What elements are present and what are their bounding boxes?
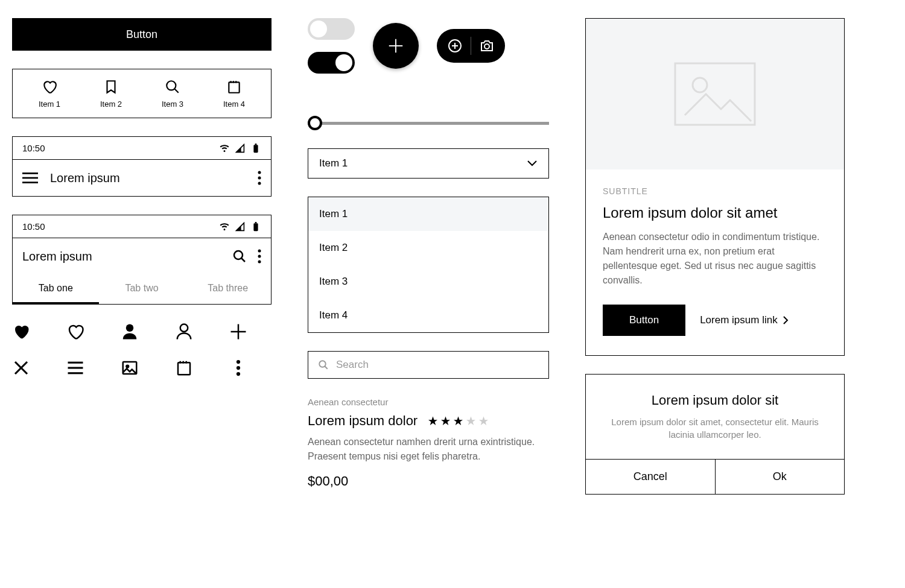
search-input[interactable] [336,359,539,371]
slider[interactable] [308,116,549,130]
battery-icon [250,144,261,153]
svg-rect-47 [675,63,755,125]
card-image-placeholder [586,19,844,169]
signal-icon [235,144,246,153]
product-block: Aenean consectetur Lorem ipsum dolor Aen… [308,397,549,489]
svg-line-1 [174,89,179,93]
calendar-icon [226,79,242,95]
tab-item-1[interactable]: Item 1 [39,79,60,109]
app-bar-title: Lorem ipsum [50,171,120,185]
more-vertical-icon[interactable] [258,171,261,185]
star-empty-icon [465,416,477,427]
more-vertical-icon [229,359,247,377]
tab-one[interactable]: Tab one [13,274,99,304]
select-value: Item 1 [319,157,348,169]
card-link[interactable]: Lorem ipsum link [700,314,789,326]
image-placeholder-icon [673,61,757,127]
svg-point-37 [237,366,240,370]
product-title: Lorem ipsum dolor [308,413,418,429]
more-vertical-icon[interactable] [258,249,261,264]
dialog-text: Lorem ipsum dolor sit amet, consectetur … [602,416,828,441]
card-title: Lorem ipsum dolor sit amet [603,204,827,221]
image-icon [121,359,139,377]
list-item[interactable]: Item 2 [308,231,548,265]
calendar-icon [175,359,193,377]
tab-item-label: Item 3 [162,100,183,109]
svg-rect-15 [255,222,257,223]
fab-add[interactable] [373,23,419,69]
search-icon [165,79,180,95]
card-text: Aenean consectetur odio in condimentum t… [603,230,827,288]
user-filled-icon [121,323,139,341]
tab-item-label: Item 4 [223,100,245,109]
tab-item-3[interactable]: Item 3 [162,79,183,109]
plus-icon [387,37,405,55]
toggle-on[interactable] [308,52,355,74]
confirm-dialog: Lorem ipsum dolor sit Lorem ipsum dolor … [585,374,845,495]
svg-point-20 [258,261,261,264]
ok-button[interactable]: Ok [716,460,845,494]
camera-icon [480,39,494,53]
heart-outline-icon [66,323,84,341]
bottom-tab-bar: Item 1 Item 2 Item 3 Item 4 [12,69,272,118]
tab-item-label: Item 1 [39,100,60,109]
list-item[interactable]: Item 4 [308,299,548,332]
svg-point-12 [258,177,261,180]
status-time: 10:50 [22,143,45,153]
svg-line-17 [241,258,245,262]
product-description: Aenean consectetur namhen drerit urna ex… [308,435,549,464]
heart-icon [42,79,57,95]
tab-three[interactable]: Tab three [185,274,271,304]
svg-rect-14 [253,223,258,231]
tab-item-4[interactable]: Item 4 [223,79,245,109]
list-item[interactable]: Item 1 [308,197,548,231]
product-price: $00,00 [308,473,549,489]
svg-point-18 [258,250,261,253]
tab-item-2[interactable]: Item 2 [100,79,122,109]
search-icon [318,359,329,370]
hamburger-icon [66,359,84,377]
slider-thumb[interactable] [308,116,322,130]
svg-point-22 [180,324,188,332]
app-bar-with-tabs: 10:50 Lorem ipsum Tab one Tab two Tab th… [12,215,272,305]
chevron-down-icon [527,160,538,167]
wifi-icon [219,222,230,232]
icon-showcase [12,323,272,377]
wifi-icon [219,144,230,153]
card-primary-button[interactable]: Button [603,305,685,336]
toggle-off[interactable] [308,18,355,40]
svg-rect-2 [229,82,239,92]
svg-point-21 [126,324,134,332]
star-filled-icon [440,416,451,427]
cancel-button[interactable]: Cancel [586,460,716,494]
svg-point-48 [693,78,707,92]
svg-point-36 [237,360,240,364]
tab-two[interactable]: Tab two [99,274,185,304]
svg-point-11 [258,171,261,174]
star-filled-icon [427,416,439,427]
battery-icon [250,222,261,232]
hamburger-icon[interactable] [22,172,38,184]
list-item[interactable]: Item 3 [308,265,548,299]
search-icon[interactable] [232,249,247,264]
svg-point-19 [258,255,261,258]
svg-rect-7 [255,144,257,145]
svg-point-0 [167,81,176,90]
signal-icon [235,222,246,232]
rating-stars [427,416,489,427]
status-bar: 10:50 [13,137,271,160]
select-dropdown[interactable]: Item 1 [308,148,549,179]
status-bar: 10:50 [13,215,271,238]
primary-button[interactable]: Button [12,18,272,51]
svg-point-38 [237,372,240,376]
svg-point-45 [319,361,326,367]
plus-circle-icon [448,39,462,53]
close-icon [12,359,30,377]
pill-button[interactable] [437,29,505,63]
search-box[interactable] [308,351,549,379]
star-empty-icon [478,416,489,427]
list-box: Item 1 Item 2 Item 3 Item 4 [308,197,549,333]
card-subtitle: SUBTITLE [603,186,827,196]
svg-point-31 [126,365,129,368]
svg-rect-6 [253,145,258,153]
